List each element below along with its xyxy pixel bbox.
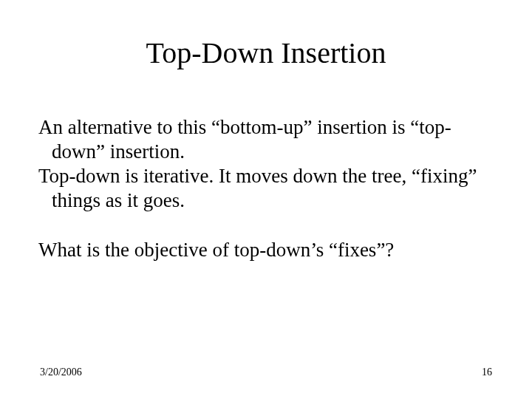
body-paragraph-1: An alternative to this “bottom-up” inser… — [38, 115, 494, 164]
body-paragraph-2: Top-down is iterative. It moves down the… — [38, 164, 494, 213]
body-paragraph-3: What is the objective of top-down’s “fix… — [38, 238, 494, 262]
footer-date: 3/20/2006 — [40, 366, 82, 378]
slide: Top-Down Insertion An alternative to thi… — [0, 0, 532, 399]
slide-title: Top-Down Insertion — [0, 35, 532, 70]
slide-body: An alternative to this “bottom-up” inser… — [38, 115, 494, 262]
paragraph-spacer — [38, 213, 494, 238]
footer-page-number: 16 — [482, 366, 492, 378]
